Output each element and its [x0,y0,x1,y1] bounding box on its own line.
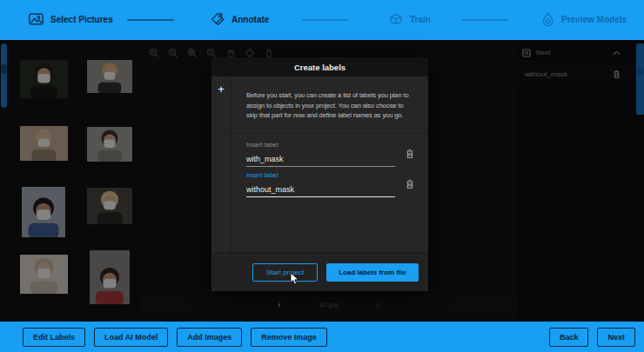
next-image-chevron[interactable]: › [376,299,379,309]
sidebar-scrollbar[interactable] [1,43,7,108]
remove-image-button[interactable]: Remove Image [251,328,327,347]
top-step-bar: Select Pictures Annotate Train Preview M… [0,0,644,38]
image-pager: ‹ 30.jpg › [139,296,518,313]
current-image-filename: 30.jpg [319,301,339,309]
step-annotate[interactable]: Annotate [211,0,269,38]
label-input-list: Insert label Insert label [231,134,428,202]
start-project-button[interactable]: Start project [252,263,318,282]
image-thumbnail[interactable] [87,60,132,93]
step-connector [461,19,508,21]
previous-image-chevron[interactable]: ‹ [278,299,281,309]
image-thumbnail[interactable] [20,126,68,161]
image-thumbnail[interactable] [20,60,68,98]
picture-icon [29,13,44,25]
label-input-without-mask[interactable] [246,184,395,197]
image-thumbnail[interactable] [90,250,130,304]
masked-person-photo [22,187,65,237]
image-list-sidebar [0,42,139,320]
label-input-row: Insert label [246,141,414,167]
flame-icon [541,12,554,26]
dialog-side-rail: + [211,76,231,252]
masked-person-photo [20,255,68,294]
image-thumbnail[interactable] [87,188,132,224]
insert-label-caption: Insert label [246,171,395,179]
next-button[interactable]: Next [597,328,635,347]
scrollbar-knob[interactable] [1,64,7,74]
load-labels-from-file-button[interactable]: Load labels from file [326,263,419,282]
step-preview-models[interactable]: Preview Models [541,0,627,38]
masked-person-photo [20,126,68,161]
add-label-button[interactable]: + [218,84,225,95]
dialog-header: Create labels [211,57,428,76]
back-button[interactable]: Back [549,328,589,347]
step-label: Train [410,15,431,24]
zoom-in-icon[interactable] [148,47,160,59]
cube-icon [389,13,403,26]
chevron-up-icon[interactable] [613,50,621,56]
masked-person-photo [87,60,132,93]
delete-label-button[interactable] [406,149,414,162]
image-thumbnail[interactable] [20,255,68,294]
masked-person-photo [20,60,68,98]
label-name: without_mask [525,70,567,78]
insert-label-caption: Insert label [246,141,395,149]
edit-labels-button[interactable]: Edit Labels [23,328,85,347]
zoom-out-icon[interactable] [167,47,179,59]
load-ai-model-button[interactable]: Load AI Model [94,328,168,347]
step-label: Preview Models [561,15,627,24]
zoom-fit-icon[interactable] [186,47,198,59]
step-connector [127,19,174,21]
bottom-action-bar: Edit Labels Load AI Model Add Images Rem… [0,320,644,352]
step-label: Annotate [231,15,269,24]
create-labels-dialog: Create labels + Before you start, you ca… [211,57,428,291]
dialog-title: Create labels [294,63,345,72]
masked-person-photo [90,250,130,304]
dialog-description: Before you start, you can create a list … [231,76,428,134]
labels-panel-header: Next [518,44,636,62]
masked-person-photo [87,127,132,162]
step-train[interactable]: Train [389,0,431,38]
add-images-button[interactable]: Add Images [177,328,242,347]
trash-icon [406,149,414,159]
labels-panel-scrollbar[interactable] [636,43,644,115]
step-label: Select Pictures [50,15,113,24]
trash-icon[interactable] [613,70,621,79]
step-connector [302,19,349,21]
scrollbar-glyph [638,68,642,74]
step-select-pictures[interactable]: Select Pictures [29,0,113,38]
image-thumbnail[interactable] [87,127,132,162]
trash-icon [406,179,414,189]
labels-panel: Next without_mask [518,42,644,320]
tag-icon [211,13,225,26]
label-input-with-mask[interactable] [246,154,395,167]
masked-person-photo [87,188,132,224]
label-row-without-mask[interactable]: without_mask [518,65,636,83]
dialog-footer: Start project Load labels from file [211,252,428,291]
image-thumbnail[interactable] [22,187,65,237]
labels-panel-title: Next [536,49,550,56]
delete-label-button[interactable] [406,179,414,192]
dialog-spacer [231,202,428,253]
label-list-icon [522,49,531,57]
label-input-row: Insert label [246,171,414,197]
